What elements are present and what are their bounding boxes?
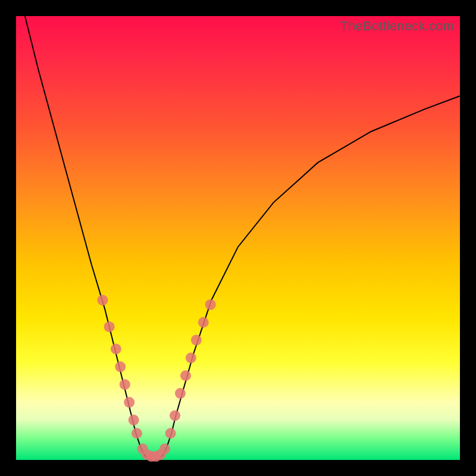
highlight-dots-left — [97, 295, 142, 439]
highlight-dots-right — [165, 299, 216, 439]
highlight-dot — [180, 370, 191, 381]
highlight-dot — [175, 388, 186, 399]
highlight-dot — [205, 299, 216, 310]
highlight-dot — [159, 443, 170, 454]
highlight-dot — [129, 415, 139, 425]
highlight-dot — [111, 344, 121, 355]
highlight-dot — [165, 428, 176, 439]
curve-left-branch — [25, 16, 149, 460]
highlight-dot — [115, 361, 126, 372]
highlight-dot — [198, 317, 209, 328]
highlight-dots-bottom — [137, 443, 170, 462]
highlight-dot — [191, 335, 202, 346]
highlight-dot — [120, 379, 130, 390]
plot-area: TheBottleneck.com — [16, 16, 460, 460]
highlight-dot — [104, 321, 115, 332]
highlight-dot — [97, 295, 108, 305]
curve-right-branch — [158, 96, 460, 460]
highlight-dot — [131, 428, 142, 439]
chart-stage: TheBottleneck.com — [0, 0, 476, 476]
chart-svg — [16, 16, 460, 460]
highlight-dot — [124, 397, 134, 408]
highlight-dot — [186, 352, 196, 363]
highlight-dot — [170, 410, 180, 421]
